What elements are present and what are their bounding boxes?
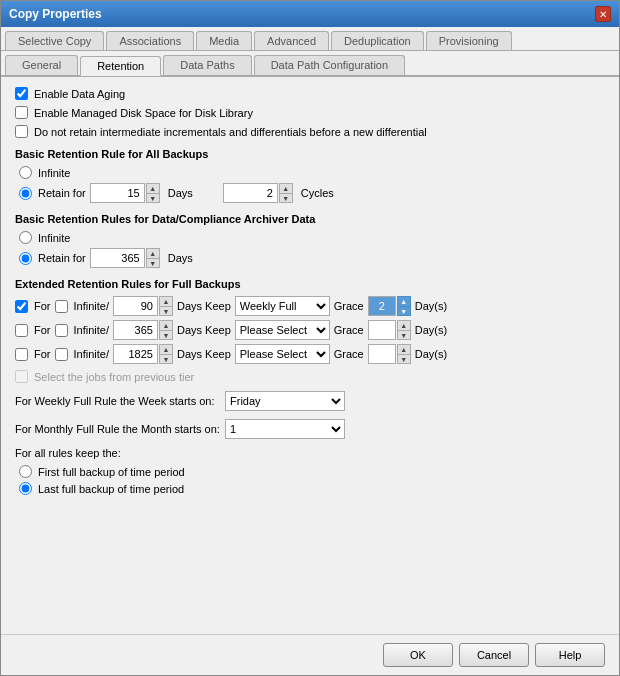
extended-row-3-days-input[interactable] xyxy=(113,344,158,364)
extended-row-1-grace-up[interactable]: ▲ xyxy=(397,296,411,306)
extended-row-3-for-checkbox[interactable] xyxy=(15,348,28,361)
extended-row-2: For Infinite/ ▲ ▼ Days Keep Please Selec… xyxy=(15,320,605,340)
basic-retention-section-label: Basic Retention Rule for All Backups xyxy=(15,148,605,160)
extended-row-2-days-spinner: ▲ ▼ xyxy=(113,320,173,340)
extended-retention-section-label: Extended Retention Rules for Full Backup… xyxy=(15,278,605,290)
extended-row-2-grace-input[interactable] xyxy=(368,320,396,340)
extended-row-1-days-spin-buttons: ▲ ▼ xyxy=(159,296,173,316)
copy-properties-window: Copy Properties ✕ Selective Copy Associa… xyxy=(0,0,620,676)
extended-row-3-infinite-label: Infinite/ xyxy=(74,348,109,360)
compliance-retention-infinite-radio[interactable] xyxy=(19,231,32,244)
basic-retention-cycles-down[interactable]: ▼ xyxy=(279,193,293,203)
extended-row-3-keep-select[interactable]: Please Select Weekly Full xyxy=(235,344,330,364)
tab-associations[interactable]: Associations xyxy=(106,31,194,50)
help-button[interactable]: Help xyxy=(535,643,605,667)
extended-row-3-days-spin-buttons: ▲ ▼ xyxy=(159,344,173,364)
basic-retention-retain-radio[interactable] xyxy=(19,187,32,200)
extended-row-2-days-down[interactable]: ▼ xyxy=(159,330,173,340)
extended-row-1: For Infinite/ ▲ ▼ Days Keep Weekly Full … xyxy=(15,296,605,316)
footer: OK Cancel Help xyxy=(1,634,619,675)
extended-row-1-days-spinner: ▲ ▼ xyxy=(113,296,173,316)
extended-row-2-days-keep-label: Days Keep xyxy=(177,324,231,336)
all-rules-last-radio[interactable] xyxy=(19,482,32,495)
weekly-full-rule-row: For Weekly Full Rule the Week starts on:… xyxy=(15,391,605,411)
basic-retention-days-up[interactable]: ▲ xyxy=(146,183,160,193)
extended-row-2-for-checkbox[interactable] xyxy=(15,324,28,337)
basic-retention-infinite-radio[interactable] xyxy=(19,166,32,179)
compliance-retention-infinite-row: Infinite xyxy=(15,231,605,244)
extended-row-1-grace-input[interactable] xyxy=(368,296,396,316)
extended-row-1-days-down[interactable]: ▼ xyxy=(159,306,173,316)
basic-retention-days-spinner: ▲ ▼ xyxy=(90,183,160,203)
cancel-button[interactable]: Cancel xyxy=(459,643,529,667)
extended-row-3-grace-up[interactable]: ▲ xyxy=(397,344,411,354)
extended-row-3-for-label: For xyxy=(34,348,51,360)
basic-retention-cycles-up[interactable]: ▲ xyxy=(279,183,293,193)
select-jobs-checkbox[interactable] xyxy=(15,370,28,383)
basic-retention-days-down[interactable]: ▼ xyxy=(146,193,160,203)
basic-retention-days-input[interactable] xyxy=(90,183,145,203)
tab-deduplication[interactable]: Deduplication xyxy=(331,31,424,50)
enable-managed-disk-row: Enable Managed Disk Space for Disk Libra… xyxy=(15,106,605,119)
extended-row-1-keep-select[interactable]: Weekly Full Please Select xyxy=(235,296,330,316)
extended-row-3-days-spinner: ▲ ▼ xyxy=(113,344,173,364)
extended-row-3-grace-spin-buttons: ▲ ▼ xyxy=(397,344,411,364)
extended-row-1-grace-label: Grace xyxy=(334,300,364,312)
all-rules-section: For all rules keep the: First full backu… xyxy=(15,447,605,495)
all-rules-first-radio-row: First full backup of time period xyxy=(15,465,605,478)
extended-row-2-days-up[interactable]: ▲ xyxy=(159,320,173,330)
select-jobs-label: Select the jobs from previous tier xyxy=(34,371,194,383)
extended-row-3-infinite-checkbox[interactable] xyxy=(55,348,68,361)
do-not-retain-checkbox[interactable] xyxy=(15,125,28,138)
extended-row-2-grace-label: Grace xyxy=(334,324,364,336)
basic-retention-cycles-input[interactable] xyxy=(223,183,278,203)
tab-retention[interactable]: Retention xyxy=(80,56,161,76)
compliance-retention-days-down[interactable]: ▼ xyxy=(146,258,160,268)
extended-row-3: For Infinite/ ▲ ▼ Days Keep Please Selec… xyxy=(15,344,605,364)
tab-provisioning[interactable]: Provisioning xyxy=(426,31,512,50)
all-rules-label: For all rules keep the: xyxy=(15,447,605,459)
compliance-retention-days-label: Days xyxy=(168,252,193,264)
tab-data-paths[interactable]: Data Paths xyxy=(163,55,251,75)
extended-row-3-grace-input[interactable] xyxy=(368,344,396,364)
select-jobs-row: Select the jobs from previous tier xyxy=(15,370,605,383)
extended-row-2-infinite-checkbox[interactable] xyxy=(55,324,68,337)
extended-row-1-days-up[interactable]: ▲ xyxy=(159,296,173,306)
enable-managed-disk-checkbox[interactable] xyxy=(15,106,28,119)
compliance-retention-retain-radio[interactable] xyxy=(19,252,32,265)
weekly-full-rule-select[interactable]: Friday Monday Tuesday Wednesday Thursday… xyxy=(225,391,345,411)
extended-row-2-keep-select[interactable]: Please Select Weekly Full xyxy=(235,320,330,340)
basic-retention-retain-row: Retain for ▲ ▼ Days ▲ ▼ Cycles xyxy=(15,183,605,203)
all-rules-last-label: Last full backup of time period xyxy=(38,483,184,495)
tab-media[interactable]: Media xyxy=(196,31,252,50)
extended-row-2-grace-up[interactable]: ▲ xyxy=(397,320,411,330)
ok-button[interactable]: OK xyxy=(383,643,453,667)
extended-row-1-grace-spin-buttons: ▲ ▼ xyxy=(397,296,411,316)
extended-row-3-days-suffix: Day(s) xyxy=(415,348,447,360)
enable-data-aging-checkbox[interactable] xyxy=(15,87,28,100)
tab-data-path-config[interactable]: Data Path Configuration xyxy=(254,55,405,75)
close-button[interactable]: ✕ xyxy=(595,6,611,22)
all-rules-last-radio-row: Last full backup of time period xyxy=(15,482,605,495)
extended-row-1-days-input[interactable] xyxy=(113,296,158,316)
extended-row-1-infinite-checkbox[interactable] xyxy=(55,300,68,313)
compliance-retention-days-up[interactable]: ▲ xyxy=(146,248,160,258)
tab-advanced[interactable]: Advanced xyxy=(254,31,329,50)
compliance-retention-days-input[interactable] xyxy=(90,248,145,268)
extended-row-1-for-checkbox[interactable] xyxy=(15,300,28,313)
extended-row-1-grace-down[interactable]: ▼ xyxy=(397,306,411,316)
do-not-retain-label: Do not retain intermediate incrementals … xyxy=(34,126,427,138)
extended-row-2-grace-down[interactable]: ▼ xyxy=(397,330,411,340)
window-title: Copy Properties xyxy=(9,7,102,21)
all-rules-first-radio[interactable] xyxy=(19,465,32,478)
monthly-full-rule-select[interactable]: 1 2 3 4 5 15 28 xyxy=(225,419,345,439)
all-rules-first-label: First full backup of time period xyxy=(38,466,185,478)
extended-row-3-days-up[interactable]: ▲ xyxy=(159,344,173,354)
extended-row-2-days-input[interactable] xyxy=(113,320,158,340)
extended-row-3-grace-spinner: ▲ ▼ xyxy=(368,344,411,364)
top-tab-row: Selective Copy Associations Media Advanc… xyxy=(1,27,619,51)
tab-general[interactable]: General xyxy=(5,55,78,75)
tab-selective-copy[interactable]: Selective Copy xyxy=(5,31,104,50)
extended-row-3-grace-down[interactable]: ▼ xyxy=(397,354,411,364)
extended-row-3-days-down[interactable]: ▼ xyxy=(159,354,173,364)
